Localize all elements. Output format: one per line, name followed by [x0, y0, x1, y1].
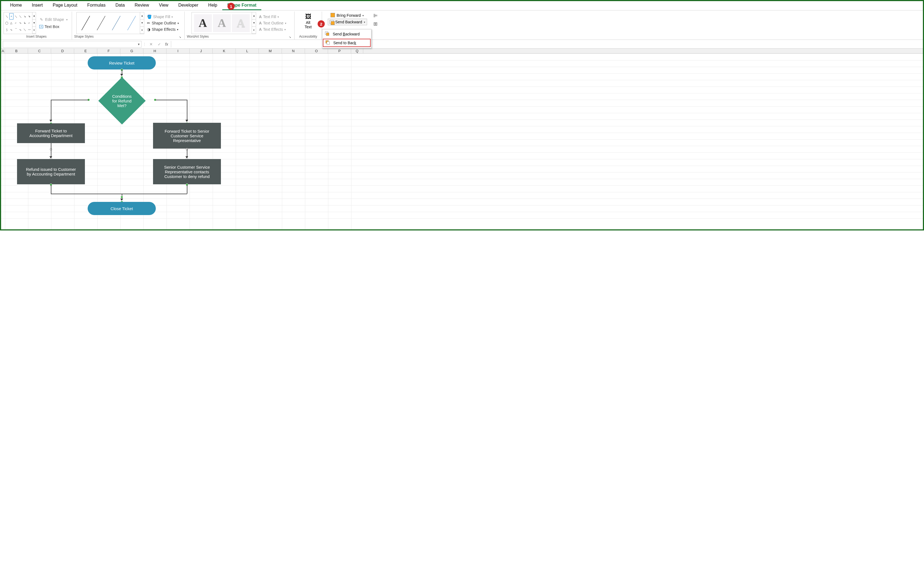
col-header[interactable]: K — [213, 49, 236, 53]
fx-label[interactable]: fx — [165, 42, 168, 46]
chevron-down-icon[interactable]: ▾ — [362, 14, 364, 17]
col-header[interactable]: G — [120, 49, 143, 53]
menu-send-backward[interactable]: Send Backward — [322, 30, 371, 38]
shape-free-icon[interactable]: ∿ — [18, 27, 22, 33]
shape-refund-issued[interactable]: Refund issued to Customer by Accounting … — [17, 159, 85, 184]
connector[interactable] — [156, 100, 187, 100]
wordart-style-3[interactable]: A — [232, 14, 250, 32]
spin-up-icon[interactable]: ▲ — [252, 12, 256, 20]
col-header[interactable]: N — [282, 49, 305, 53]
wordart-style-2[interactable]: A — [213, 14, 231, 32]
chevron-down-icon[interactable]: ▾ — [364, 21, 365, 24]
tab-formulas[interactable]: Formulas — [82, 1, 111, 10]
col-header[interactable]: A — [1, 49, 5, 53]
shape-forward-senior[interactable]: Forward Ticket to Senior Customer Servic… — [153, 123, 221, 149]
shape-elbow2-icon[interactable]: ⌐ — [27, 20, 31, 26]
spin-more-icon[interactable]: ▾ — [33, 27, 36, 34]
col-header[interactable]: F — [97, 49, 120, 53]
dialog-launcher-icon[interactable]: ↘ — [179, 36, 182, 39]
shapes-gallery-spinner[interactable]: ▲ ▼ ▾ — [32, 12, 36, 34]
shape-review-ticket[interactable]: Review Ticket — [88, 56, 156, 69]
wordart-style-1[interactable]: A — [194, 14, 212, 32]
col-header[interactable]: Q — [351, 49, 363, 53]
style-swatch-4[interactable] — [126, 15, 136, 31]
shape-senior-contacts[interactable]: Senior Customer Service Representative c… — [153, 159, 221, 184]
connector[interactable] — [51, 185, 51, 194]
col-header[interactable]: O — [305, 49, 328, 53]
bring-forward-button[interactable]: Bring Forward ▾ — [329, 12, 366, 19]
shape-line2-icon[interactable]: ＼ — [14, 13, 18, 20]
col-header[interactable]: E — [74, 49, 97, 53]
shape-style-gallery[interactable] — [76, 12, 140, 34]
connector[interactable] — [51, 100, 51, 120]
wordart-gallery[interactable]: A A A — [192, 12, 252, 34]
text-outline-button[interactable]: AText Outline▾ — [258, 20, 287, 26]
shape-triangle-icon[interactable]: △ — [9, 20, 13, 26]
text-box-button[interactable]: A Text Box — [38, 24, 69, 29]
shape-fill-button[interactable]: 🪣Shape Fill▾ — [146, 14, 180, 20]
shapes-gallery[interactable]: ＼ A ＼ ＼ ↘ ↳ ◯ △ ⌐ ∿ ↳ ⌐ ⟆ ∿ ⌒ ∿ ＼ 〰 — [3, 12, 33, 34]
shape-bracket-icon[interactable]: ⟆ — [5, 27, 9, 33]
col-header[interactable]: C — [28, 49, 51, 53]
shape-line5-icon[interactable]: ＼ — [23, 27, 27, 33]
spin-more-icon[interactable]: ▾ — [252, 27, 256, 34]
spin-up-icon[interactable]: ▲ — [33, 12, 36, 20]
col-header[interactable]: J — [190, 49, 213, 53]
tab-view[interactable]: View — [154, 1, 174, 10]
shape-forward-accounting[interactable]: Forward Ticket to Accounting Department — [17, 123, 85, 143]
group-icon[interactable]: ⊞ — [374, 21, 378, 27]
shape-line-icon[interactable]: ＼ — [5, 13, 9, 20]
connector[interactable] — [187, 149, 187, 157]
send-backward-button[interactable]: Send Backward ▾ — [328, 19, 367, 25]
tab-developer[interactable]: Developer — [174, 1, 203, 10]
shape-arc-icon[interactable]: ⌒ — [14, 27, 18, 33]
tab-help[interactable]: Help — [203, 1, 222, 10]
connector-handle[interactable] — [121, 196, 123, 198]
spin-up-icon[interactable]: ▲ — [140, 12, 144, 20]
name-box[interactable]: ▾ — [3, 41, 141, 47]
col-header[interactable]: I — [167, 49, 190, 53]
connector[interactable] — [187, 185, 187, 194]
connector[interactable] — [122, 194, 187, 194]
shape-oval-icon[interactable]: ◯ — [5, 20, 9, 26]
dialog-launcher-icon[interactable]: ↘ — [289, 36, 292, 39]
connector[interactable] — [187, 100, 187, 120]
connector[interactable] — [51, 100, 88, 100]
shape-textbox-icon[interactable]: A — [9, 13, 13, 20]
text-effects-button[interactable]: AText Effects▾ — [258, 27, 287, 32]
enter-button[interactable]: ✓ — [156, 41, 163, 47]
shape-wave-icon[interactable]: ∿ — [9, 27, 13, 33]
menu-send-to-back[interactable]: Send to Back — [323, 39, 371, 47]
shape-connector-icon[interactable]: ↳ — [27, 13, 31, 20]
shape-outline-button[interactable]: ✏Shape Outline▾ — [146, 20, 180, 26]
style-swatch-3[interactable] — [111, 15, 121, 31]
shape-line3-icon[interactable]: ＼ — [18, 13, 22, 20]
shape-arrow-icon[interactable]: ↘ — [23, 13, 27, 20]
shape-scribble-icon[interactable]: 〰 — [27, 27, 31, 33]
col-header[interactable]: M — [259, 49, 282, 53]
spin-down-icon[interactable]: ▼ — [252, 20, 256, 27]
align-icon[interactable]: ⊫ — [374, 13, 378, 19]
shape-elbow-icon[interactable]: ⌐ — [14, 20, 18, 26]
tab-review[interactable]: Review — [130, 1, 154, 10]
shape-decision[interactable]: Conditions for Refund Met? — [98, 77, 146, 124]
shape-close-ticket[interactable]: Close Ticket — [88, 202, 156, 215]
col-header[interactable]: B — [5, 49, 28, 53]
worksheet[interactable]: Review Ticket Conditions for Refund Met?… — [1, 54, 923, 229]
style-swatch-2[interactable] — [96, 15, 106, 31]
col-header[interactable]: P — [328, 49, 351, 53]
text-fill-button[interactable]: AText Fill▾ — [258, 14, 287, 20]
edit-shape-button[interactable]: ✎ Edit Shape ▾ — [38, 16, 69, 23]
tab-insert[interactable]: Insert — [27, 1, 48, 10]
col-header[interactable]: H — [143, 49, 167, 53]
shape-effects-button[interactable]: ◑Shape Effects▾ — [146, 27, 180, 32]
col-header[interactable]: L — [236, 49, 259, 53]
col-header[interactable]: D — [51, 49, 74, 53]
spin-down-icon[interactable]: ▼ — [140, 20, 144, 27]
alt-text-button[interactable]: 🖼 Alt Text — [303, 12, 314, 30]
shape-curve-icon[interactable]: ∿ — [18, 20, 22, 26]
tab-home[interactable]: Home — [5, 1, 27, 10]
spin-more-icon[interactable]: ▾ — [140, 27, 144, 34]
tab-data[interactable]: Data — [110, 1, 130, 10]
connector[interactable] — [51, 194, 122, 194]
